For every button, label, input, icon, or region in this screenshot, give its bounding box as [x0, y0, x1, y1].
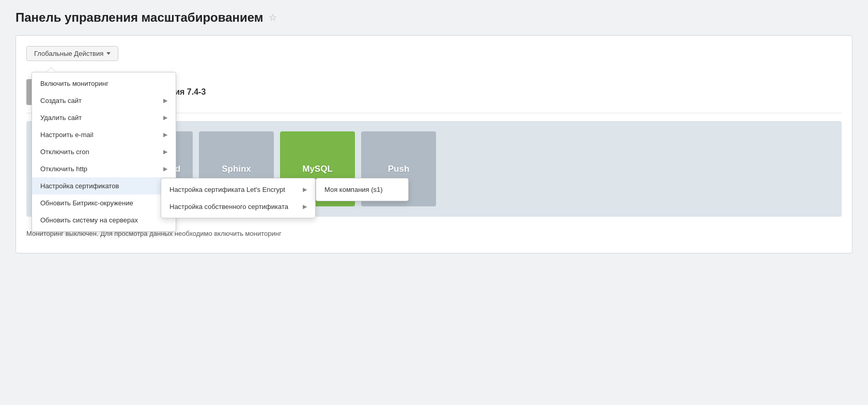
- page-wrapper: Панель управления масштабированием ☆ Гло…: [0, 0, 868, 405]
- arrow-icon: ▶: [163, 148, 167, 155]
- menu-item-update-bitrix[interactable]: Обновить Битрикс-окружение: [32, 194, 176, 212]
- submenu3-menu: Моя компания (s1): [316, 178, 409, 201]
- submenu3-item-label: Моя компания (s1): [324, 186, 383, 193]
- dropdown-caret-up: [47, 68, 55, 72]
- service-tile-label: Sphinx: [222, 164, 251, 174]
- submenu-item-letsencrypt[interactable]: Настройка сертификата Let's Encrypt ▶: [161, 181, 315, 198]
- menu-item-label: Настройка сертификатов: [40, 182, 119, 190]
- dropdown-caret-icon: [106, 52, 111, 55]
- submenu-item-custom-cert[interactable]: Настройка собственного сертификата ▶: [161, 198, 315, 215]
- service-tile-label: Push: [388, 164, 410, 174]
- favorite-icon[interactable]: ☆: [269, 12, 277, 23]
- menu-item-label: Отключить http: [40, 165, 87, 173]
- menu-item-label: Удалить сайт: [40, 114, 82, 122]
- arrow-icon: ▶: [163, 97, 167, 104]
- menu-item-enable-monitoring[interactable]: Включить мониторинг: [32, 75, 176, 92]
- global-actions-label: Глобальные Действия: [34, 50, 103, 57]
- global-actions-button[interactable]: Глобальные Действия: [26, 46, 118, 61]
- menu-item-label: Обновить систему на серверах: [40, 216, 138, 224]
- menu-item-label: Обновить Битрикс-окружение: [40, 199, 133, 207]
- arrow-icon: ▶: [163, 114, 167, 121]
- menu-item-label: Включить мониторинг: [40, 80, 109, 87]
- submenu-item-label: Настройка сертификата Let's Encrypt: [169, 186, 285, 193]
- arrow-icon: ▶: [303, 186, 307, 193]
- menu-item-label: Отключить cron: [40, 148, 89, 156]
- arrow-icon: ▶: [163, 131, 167, 138]
- menu-item-delete-site[interactable]: Удалить сайт ▶: [32, 109, 176, 126]
- dropdown-container: Включить мониторинг Создать сайт ▶ Удали…: [32, 72, 176, 232]
- menu-item-disable-http[interactable]: Отключить http ▶: [32, 160, 176, 177]
- dropdown-menu: Включить мониторинг Создать сайт ▶ Удали…: [32, 72, 176, 232]
- submenu-menu: Настройка сертификата Let's Encrypt ▶ На…: [161, 178, 316, 218]
- menu-item-update-system[interactable]: Обновить систему на серверах: [32, 212, 176, 229]
- page-title: Панель управления масштабированием: [16, 10, 264, 25]
- submenu-certificates: Настройка сертификата Let's Encrypt ▶ На…: [161, 178, 316, 218]
- menu-item-setup-email[interactable]: Настроить e-mail ▶: [32, 126, 176, 143]
- page-title-row: Панель управления масштабированием ☆: [16, 10, 853, 25]
- menu-item-disable-cron[interactable]: Отключить cron ▶: [32, 143, 176, 160]
- menu-item-label: Создать сайт: [40, 97, 82, 104]
- submenu-item-label: Настройка собственного сертификата: [169, 203, 288, 211]
- submenu3-item-company-s1[interactable]: Моя компания (s1): [316, 181, 408, 198]
- service-tile-label: MySQL: [302, 164, 333, 174]
- menu-item-create-site[interactable]: Создать сайт ▶: [32, 92, 176, 109]
- arrow-icon: ▶: [163, 166, 167, 172]
- menu-item-label: Настроить e-mail: [40, 131, 94, 139]
- submenu3-company: Моя компания (s1): [316, 178, 409, 201]
- menu-item-setup-certificates[interactable]: Настройка сертификатов ▶: [32, 177, 176, 194]
- main-panel: Глобальные Действия Включить мониторинг …: [16, 35, 853, 253]
- arrow-icon: ▶: [303, 203, 307, 210]
